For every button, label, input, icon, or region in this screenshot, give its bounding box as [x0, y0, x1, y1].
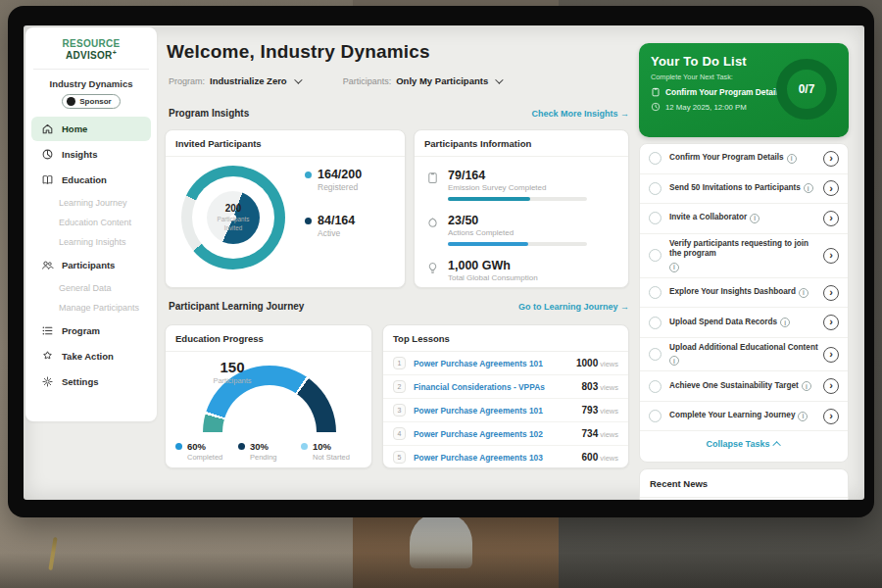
todo-item-label: Verify participants requesting to join t… [669, 239, 819, 260]
info-icon[interactable] [780, 318, 790, 327]
legend-percent: 10% [313, 441, 350, 452]
lesson-link[interactable]: Power Purchase Agreements 102 [414, 429, 582, 439]
top-lessons-card: Top Lessons 1Power Purchase Agreements 1… [382, 324, 629, 468]
participants-info-rows: 79/164Emission Survey Completed23/50Acti… [415, 157, 628, 295]
lesson-rank: 4 [393, 427, 406, 440]
gauge-center-label: Participants [166, 376, 299, 385]
info-icon[interactable] [787, 154, 797, 164]
todo-checkbox[interactable] [649, 182, 662, 195]
info-icon[interactable] [802, 381, 811, 391]
info-value: 79/164 [448, 169, 587, 182]
lesson-row: 2Financial Considerations - VPPAs803view… [383, 375, 628, 399]
education-progress-card: Education Progress 150 Participants 60%C… [165, 324, 372, 468]
info-icon[interactable] [750, 214, 760, 223]
gauge-center-value: 150 [166, 359, 299, 375]
link-label: Check More Insights [531, 109, 617, 119]
lesson-link[interactable]: Power Purchase Agreements 101 [414, 406, 582, 416]
info-icon[interactable] [799, 288, 808, 298]
sidebar-item-program[interactable]: Program [31, 318, 151, 343]
learning-journey-header: Participant Learning Journey Go to Learn… [169, 301, 629, 312]
monitor-bezel: RESOURCE ADVISOR+ Industry Dynamics Spon… [8, 6, 874, 517]
todo-item-label: Complete Your Learning Journey [669, 411, 795, 421]
sponsor-badge[interactable]: Sponsor [62, 94, 120, 109]
todo-checkbox[interactable] [649, 380, 662, 393]
todo-checkbox[interactable] [649, 286, 662, 299]
logo-plus: + [113, 49, 117, 56]
check-more-insights-link[interactable]: Check More Insights → [531, 109, 629, 119]
sidebar-item-general-data[interactable]: General Data [25, 278, 157, 298]
progress-bar [448, 197, 587, 201]
dashboard-screen: RESOURCE ADVISOR+ Industry Dynamics Spon… [24, 25, 864, 500]
top-lessons-list: 1Power Purchase Agreements 1011000views2… [383, 352, 628, 468]
lesson-views-label: views [600, 430, 618, 439]
program-icon [41, 324, 54, 337]
participants-dropdown[interactable]: Participants: Only My Participants [343, 75, 502, 86]
arrow-right-icon: → [620, 109, 629, 119]
sidebar-item-manage-participants[interactable]: Manage Participants [25, 298, 157, 318]
lesson-link[interactable]: Power Purchase Agreements 101 [414, 359, 576, 368]
card-title: Participants Information [415, 130, 628, 157]
participants-dropdown-value: Only My Participants [396, 75, 488, 86]
todo-item-go-button[interactable] [823, 285, 839, 301]
todo-item-go-button[interactable] [823, 347, 839, 363]
sidebar-item-education[interactable]: Education [31, 168, 151, 192]
legend-dot [175, 443, 182, 450]
photo-background: RESOURCE ADVISOR+ Industry Dynamics Spon… [0, 0, 882, 588]
go-to-learning-journey-link[interactable]: Go to Learning Journey → [518, 302, 629, 312]
recent-news-card: Recent News [639, 468, 849, 500]
info-icon[interactable] [798, 412, 808, 421]
legend-percent: 60% [187, 441, 222, 452]
todo-checkbox[interactable] [649, 249, 662, 262]
todo-checkbox[interactable] [649, 410, 662, 422]
chevron-down-icon [495, 75, 503, 83]
lesson-link[interactable]: Financial Considerations - VPPAs [414, 382, 582, 392]
sidebar-item-learning-journey[interactable]: Learning Journey [25, 193, 157, 213]
logo-resource: RESOURCE [62, 38, 120, 49]
background-shadow [0, 553, 882, 588]
program-dropdown[interactable]: Program: Industrialize Zero [169, 75, 300, 86]
legend-label: Not Started [313, 453, 350, 462]
sidebar-item-take-action[interactable]: Take Action [31, 344, 151, 368]
todo-item-go-button[interactable] [823, 409, 839, 424]
info-icon[interactable] [669, 263, 679, 272]
info-icon[interactable] [669, 356, 679, 366]
sidebar-item-education-content[interactable]: Education Content [25, 213, 157, 232]
todo-item-go-button[interactable] [823, 211, 839, 226]
settings-icon [41, 375, 54, 388]
todo-item-label: Explore Your Insights Dashboard [669, 287, 796, 298]
sidebar-item-participants[interactable]: Participants [31, 253, 151, 277]
filter-bar: Program: Industrialize Zero Participants… [169, 75, 501, 86]
sidebar-item-settings[interactable]: Settings [31, 369, 151, 394]
donut-legend: 164/200 Registered 84/164 Active [305, 168, 362, 260]
sidebar-item-label: Learning Insights [59, 237, 126, 247]
todo-checkbox[interactable] [649, 317, 662, 329]
sidebar-item-label: Participants [62, 260, 115, 270]
todo-item-go-button[interactable] [823, 180, 839, 196]
todo-item-go-button[interactable] [823, 151, 839, 167]
lesson-views: 803views [582, 381, 618, 392]
info-icon[interactable] [804, 183, 813, 193]
link-label: Go to Learning Journey [518, 302, 618, 312]
todo-item-go-button[interactable] [823, 378, 839, 394]
collapse-tasks-link[interactable]: Collapse Tasks [640, 431, 848, 457]
todo-checkbox[interactable] [649, 212, 662, 224]
legend-dot [305, 172, 312, 178]
info-value: 1,000 GWh [448, 259, 538, 272]
sidebar-item-insights[interactable]: Insights [31, 142, 151, 167]
legend-percent: 30% [250, 441, 277, 452]
sidebar-item-learning-insights[interactable]: Learning Insights [25, 232, 157, 252]
todo-item-go-button[interactable] [823, 248, 839, 264]
gauge-center: 150 Participants [166, 359, 299, 385]
sidebar-item-label: General Data [59, 283, 112, 293]
todo-checkbox[interactable] [649, 348, 662, 361]
participants-dropdown-label: Participants: [343, 76, 392, 86]
todo-checkbox[interactable] [649, 152, 662, 165]
lesson-views-label: views [600, 360, 618, 368]
todo-item-label: Upload Additional Educational Content [669, 343, 818, 354]
todo-item-go-button[interactable] [823, 315, 839, 330]
todo-progress-value: 0/7 [799, 82, 815, 96]
program-dropdown-value: Industrialize Zero [210, 75, 287, 86]
lesson-link[interactable]: Power Purchase Agreements 103 [414, 453, 582, 463]
todo-item-upload-spend-data-records: Upload Spend Data Records [640, 308, 848, 338]
sidebar-item-home[interactable]: Home [31, 117, 151, 141]
